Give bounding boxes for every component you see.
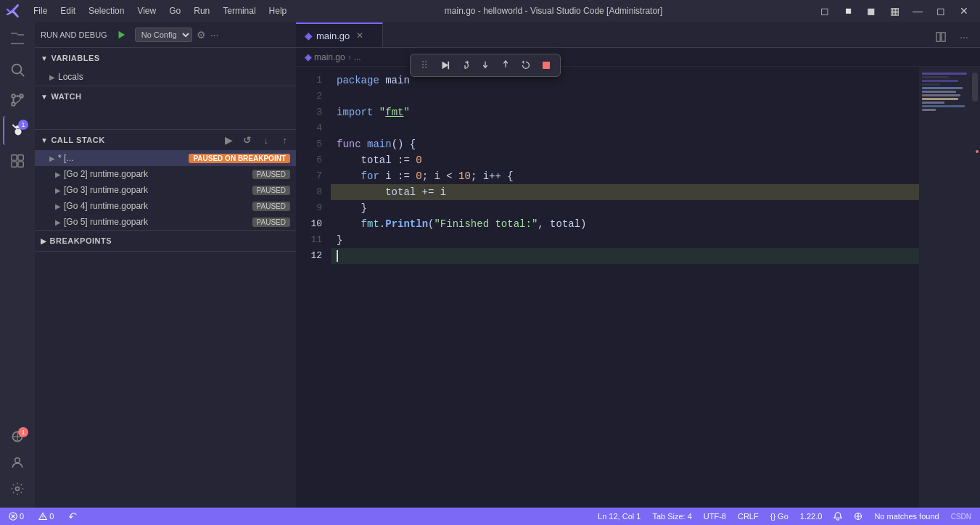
ln-4: 4 [296,120,322,136]
debug-gear-button[interactable]: ⚙ [197,29,206,41]
layout-options-icon[interactable]: ▦ [884,4,905,18]
debug-restart-button[interactable] [516,56,535,75]
status-warnings[interactable]: 0 [36,512,57,521]
call-stack-item-3[interactable]: ▶ [Go 4] runtime.gopark PAUSED [35,198,296,214]
explorer-activity-icon[interactable] [3,25,32,54]
cs-step-out-button[interactable]: ↑ [277,132,293,148]
minimize-button[interactable]: — [907,4,928,18]
watch-panel-header[interactable]: ▼ WATCH [35,86,296,107]
run-debug-play-button[interactable] [112,25,131,44]
breakpoints-panel-header[interactable]: ▶ BREAKPOINTS [35,231,296,251]
tab-main-go[interactable]: ◈ main.go ✕ [296,22,383,47]
variables-panel: ▼ VARIABLES ▶ Locals [35,48,296,86]
menu-help[interactable]: Help [263,4,293,17]
editor-more-button[interactable]: ··· [954,27,974,47]
debug-stop-button[interactable] [537,56,556,75]
window-controls: ◻ ◽ ◼ ▦ — ◻ ✕ [815,4,974,18]
call-stack-item-2[interactable]: ▶ [Go 3] runtime.gopark PAUSED [35,182,296,198]
status-remote[interactable] [851,512,865,521]
variables-panel-header[interactable]: ▼ VARIABLES [35,48,296,68]
go-version-label: 1.22.0 [800,512,823,521]
status-cursor-position[interactable]: Ln 12, Col 1 [595,512,643,521]
call-stack-panel-header[interactable]: ▼ CALL STACK ▶ ↺ ↓ ↑ [35,130,296,150]
maximize-button[interactable]: ◻ [931,4,951,18]
debug-toolbar-drag-handle[interactable]: ⠿ [415,56,434,75]
debug-badge: 1 [18,120,28,130]
split-editor-button[interactable] [931,27,951,47]
locals-tree-item[interactable]: ▶ Locals [35,68,296,86]
status-encoding[interactable]: UTF-8 [701,512,729,521]
remote-activity-icon[interactable]: 1 [3,423,32,450]
minimap-line-7 [922,94,960,96]
breadcrumb-filename[interactable]: main.go [314,52,345,62]
search-activity-icon[interactable] [3,55,32,84]
layout-icon[interactable]: ◻ [815,4,835,18]
debug-step-over-button[interactable] [456,56,474,75]
minimap [919,67,970,508]
status-line-ending[interactable]: CRLF [735,512,762,521]
svg-rect-8 [18,162,23,167]
sidebar-panels: ▼ VARIABLES ▶ Locals ▼ WATCH ▼ C [35,48,296,508]
extensions-activity-icon[interactable] [3,146,32,175]
title-bar: File Edit Selection View Go Run Terminal… [0,0,980,22]
editor-area: ◈ main.go ✕ ··· ◈ main.go › ... 1 2 3 [296,22,980,508]
svg-rect-6 [18,155,23,160]
panel-toggle-icon[interactable]: ◽ [838,4,858,18]
source-control-activity-icon[interactable] [3,86,32,115]
tab-close-button[interactable]: ✕ [354,30,366,41]
scroll-thumb[interactable] [972,73,978,102]
cs-badge-4: PAUSED [252,218,290,227]
minimap-line-4 [922,83,940,86]
menu-file[interactable]: File [28,4,53,17]
menu-view[interactable]: View [131,4,162,17]
ln-11: 11 [296,232,322,248]
encoding-label: UTF-8 [704,512,726,521]
breakpoints-panel: ▶ BREAKPOINTS [35,231,296,252]
ln-8: ➤ 8 [296,184,322,200]
menu-terminal[interactable]: Terminal [217,4,261,17]
code-editor[interactable]: 1 2 3 4 5 6 7 ➤ 8 9 10 11 12 package mai… [296,67,980,508]
code-line-7: for i := 0; i < 10; i++ { [331,168,919,184]
call-stack-item-0[interactable]: ▶ * [... PAUSED ON BREAKPOINT [35,150,296,166]
svg-point-25 [43,518,44,518]
close-button[interactable]: ✕ [954,4,974,18]
cs-continue-button[interactable]: ▶ [221,132,236,148]
call-stack-panel: ▼ CALL STACK ▶ ↺ ↓ ↑ ▶ * [... PAUSED ON … [35,130,296,231]
status-no-matches: No matches found [871,512,942,521]
activity-bar-bottom: 1 [3,423,32,508]
breadcrumb: ◈ main.go › ... [296,48,980,67]
code-line-10: fmt.Println("Finished total:", total) [331,216,919,232]
editor-scrollbar[interactable] [970,67,980,508]
svg-point-4 [12,102,15,106]
minimap-line-6 [922,91,956,93]
status-language[interactable]: {} Go [767,512,791,521]
debug-activity-icon[interactable]: 1 [3,116,32,145]
status-notifications[interactable] [831,512,845,521]
status-sync[interactable] [65,512,80,521]
breadcrumb-item[interactable]: ... [354,52,361,62]
debug-more-button[interactable]: ··· [210,29,219,41]
menu-go[interactable]: Go [163,4,186,17]
status-errors[interactable]: 0 [6,512,27,521]
status-go-version[interactable]: 1.22.0 [797,512,825,521]
scrollbar-breakpoint-indicator [976,150,979,153]
menu-edit[interactable]: Edit [54,4,81,17]
code-content[interactable]: package main import "fmt" func main() { … [331,67,919,508]
menu-run[interactable]: Run [188,4,215,17]
account-activity-icon[interactable] [3,450,32,476]
tab-go-icon: ◈ [305,30,312,41]
cs-step-into-button[interactable]: ↓ [258,132,274,148]
sidebar-toggle-icon[interactable]: ◼ [861,4,881,18]
debug-step-out-button[interactable] [496,56,515,75]
debug-continue-button[interactable] [435,56,454,75]
minimap-line-1 [922,73,967,75]
settings-activity-icon[interactable] [3,476,32,502]
breadcrumb-go-icon: ◈ [305,52,311,62]
cs-step-over-button[interactable]: ↺ [239,132,255,148]
call-stack-item-1[interactable]: ▶ [Go 2] runtime.gopark PAUSED [35,166,296,182]
menu-selection[interactable]: Selection [83,4,130,17]
debug-config-select[interactable]: No Config [135,28,192,42]
call-stack-item-4[interactable]: ▶ [Go 5] runtime.gopark PAUSED [35,214,296,230]
debug-step-into-button[interactable] [476,56,495,75]
status-tab-size[interactable]: Tab Size: 4 [649,512,694,521]
